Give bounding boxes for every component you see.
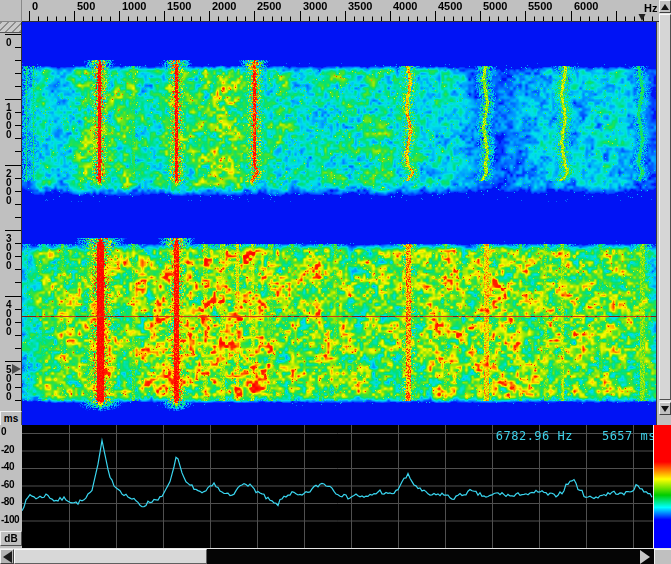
vertical-scroll-thumb[interactable]: [659, 14, 671, 400]
vertical-scrollbar[interactable]: [659, 0, 671, 416]
scroll-right-button[interactable]: [636, 549, 654, 564]
spectrogram-app-window: Hz ms dB 0-20-40-60-80-100 6782.96 Hz 56…: [0, 0, 671, 564]
right-arrow-icon: [640, 550, 650, 564]
ruler-corner: [0, 0, 22, 22]
db-unit-box: dB: [0, 531, 22, 546]
db-axis: dB 0-20-40-60-80-100: [0, 425, 22, 548]
down-arrow-icon: [661, 406, 669, 412]
db-axis-label: -100: [1, 514, 22, 526]
horizontal-scroll-thumb[interactable]: [14, 549, 207, 564]
up-arrow-icon: [661, 4, 669, 10]
palette-colorbar: [653, 425, 671, 548]
horizontal-scrollbar[interactable]: [0, 549, 671, 564]
left-arrow-icon: [3, 551, 12, 563]
spectrum-canvas[interactable]: [22, 425, 653, 548]
db-axis-label: -60: [1, 479, 22, 491]
time-unit-box: ms: [0, 411, 22, 426]
scrollbar-corner: [654, 549, 671, 564]
frequency-ruler: [22, 0, 659, 22]
frequency-readout: 6782.96 Hz: [413, 429, 573, 443]
spectrogram-canvas[interactable]: [22, 22, 657, 425]
scroll-down-button[interactable]: [659, 402, 671, 415]
ruler-hatch-box: [0, 22, 21, 33]
db-axis-label: -40: [1, 461, 22, 473]
db-axis-label: -20: [1, 444, 22, 456]
scroll-left-button[interactable]: [0, 549, 14, 564]
time-unit-text: ms: [4, 413, 18, 424]
db-axis-label: 0: [1, 426, 22, 438]
db-axis-label: -80: [1, 496, 22, 508]
scroll-up-button[interactable]: [659, 0, 671, 13]
time-readout: 5657 ms: [592, 429, 656, 443]
time-position-marker[interactable]: [12, 364, 21, 374]
db-unit-text: dB: [4, 533, 17, 544]
